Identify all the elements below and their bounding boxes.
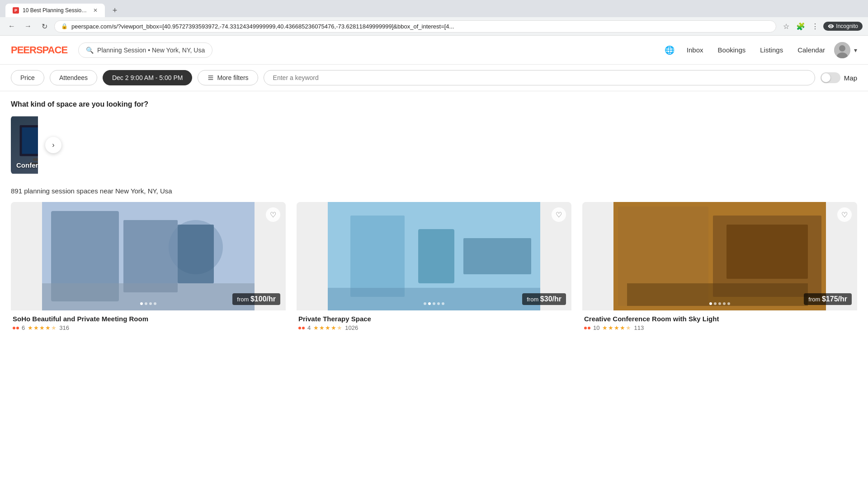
price-filter-button[interactable]: Price <box>11 70 44 85</box>
header-search[interactable]: 🔍 Planning Session • New York, NY, Usa <box>78 42 212 58</box>
space-types-title: What kind of space are you looking for? <box>11 100 857 108</box>
globe-icon[interactable]: 🌐 <box>661 42 678 58</box>
listing-image-wrap: ♡ from $175/hr <box>582 202 857 310</box>
more-icon[interactable]: ⋮ <box>809 20 821 33</box>
svg-rect-10 <box>33 158 38 161</box>
listing-meta: 4 ★★★★★ 1026 <box>298 324 570 331</box>
favorite-button[interactable]: ♡ <box>266 207 280 222</box>
price-value: $100/hr <box>250 295 276 303</box>
extensions-icon[interactable]: 🧩 <box>794 20 807 33</box>
favorite-button[interactable]: ♡ <box>552 207 566 222</box>
forward-button[interactable]: → <box>22 20 34 33</box>
tab-favicon: P <box>13 7 19 14</box>
more-filters-button[interactable]: More filters <box>198 70 258 85</box>
carousel-dot <box>723 302 726 305</box>
tab-title: 10 Best Planning Session Venues... <box>23 7 90 14</box>
listing-info: Private Therapy Space 4 ★★★★★ 1026 <box>297 310 571 331</box>
carousel-dots <box>709 302 730 305</box>
back-button[interactable]: ← <box>5 20 18 33</box>
nav-calendar[interactable]: Calendar <box>792 42 830 57</box>
listing-card[interactable]: ♡ from $100/hr SoHo Beautiful and Privat… <box>11 202 286 331</box>
svg-rect-55 <box>418 229 454 283</box>
svg-rect-8 <box>22 127 38 154</box>
map-toggle[interactable]: Map <box>821 72 857 83</box>
results-count: 891 planning session spaces near New Yor… <box>0 183 868 202</box>
reload-button[interactable]: ↻ <box>38 20 51 33</box>
carousel-dot <box>154 302 156 305</box>
space-types-next-arrow[interactable]: › <box>45 137 61 153</box>
svg-rect-49 <box>42 283 255 310</box>
price-prefix: from <box>808 296 822 303</box>
avatar[interactable] <box>834 42 850 58</box>
header-nav: 🌐 Inbox Bookings Listings Calendar ▾ <box>661 42 857 58</box>
nav-inbox[interactable]: Inbox <box>681 42 709 57</box>
search-icon: 🔍 <box>86 47 94 54</box>
header-search-text: Planning Session • New York, NY, Usa <box>97 47 205 54</box>
carousel-dot <box>145 302 147 305</box>
carousel-dot <box>140 302 143 305</box>
star-rating: ★★★★★ <box>602 324 631 331</box>
map-label: Map <box>844 74 857 82</box>
carousel-dot <box>727 302 730 305</box>
star-rating: ★★★★★ <box>313 324 342 331</box>
space-type-conference-room[interactable]: Conference Room <box>11 116 38 174</box>
listing-meta: 10 ★★★★★ 113 <box>584 324 855 331</box>
price-badge: from $100/hr <box>232 293 280 305</box>
space-types-row: Conference Room Flex Space <box>11 116 38 174</box>
new-tab-button[interactable]: + <box>108 4 121 17</box>
svg-rect-54 <box>350 216 405 297</box>
svg-point-1 <box>839 45 845 52</box>
carousel-dot <box>437 302 440 305</box>
address-bar[interactable]: 🔒 peerspace.com/s/?viewport_bbox=[40.957… <box>54 20 776 33</box>
price-badge: from $175/hr <box>804 293 852 305</box>
incognito-badge[interactable]: Incognito <box>823 22 863 31</box>
price-prefix: from <box>527 296 540 303</box>
browser-chrome: P 10 Best Planning Session Venues... ✕ +… <box>0 0 868 36</box>
rating-count: 10 <box>593 324 599 331</box>
browser-toolbar-right: ☆ 🧩 ⋮ Incognito <box>780 20 863 33</box>
browser-tab[interactable]: P 10 Best Planning Session Venues... ✕ <box>5 4 105 17</box>
price-value: $30/hr <box>540 295 561 303</box>
browser-titlebar: P 10 Best Planning Session Venues... ✕ + <box>0 0 868 17</box>
rating-count: 4 <box>307 324 311 331</box>
incognito-label: Incognito <box>836 23 858 29</box>
logo[interactable]: PEERSPACE <box>11 44 67 56</box>
nav-listings[interactable]: Listings <box>755 42 788 57</box>
attendees-filter-button[interactable]: Attendees <box>50 70 97 85</box>
svg-rect-48 <box>123 220 178 292</box>
price-value: $175/hr <box>822 295 847 303</box>
svg-rect-51 <box>178 225 214 283</box>
review-count: 316 <box>59 324 69 331</box>
nav-bookings[interactable]: Bookings <box>712 42 751 57</box>
listing-card[interactable]: ♡ from $30/hr Private Therapy Space 4 ★★… <box>297 202 571 331</box>
map-toggle-switch[interactable] <box>821 72 840 83</box>
listing-title: Private Therapy Space <box>298 315 570 323</box>
bookmark-icon[interactable]: ☆ <box>780 20 793 33</box>
rating-dots <box>298 327 305 329</box>
svg-rect-57 <box>328 288 540 310</box>
browser-toolbar: ← → ↻ 🔒 peerspace.com/s/?viewport_bbox=[… <box>0 17 868 35</box>
svg-rect-63 <box>726 225 808 279</box>
datetime-filter-button[interactable]: Dec 2 9:00 AM - 5:00 PM <box>103 70 192 85</box>
listing-card[interactable]: ♡ from $175/hr Creative Conference Room … <box>582 202 857 331</box>
listing-title: SoHo Beautiful and Private Meeting Room <box>13 315 284 323</box>
carousel-dots <box>140 302 156 305</box>
review-count: 1026 <box>345 324 358 331</box>
carousel-dot <box>718 302 721 305</box>
listing-info: SoHo Beautiful and Private Meeting Room … <box>11 310 286 331</box>
carousel-dot <box>714 302 717 305</box>
review-count: 113 <box>634 324 644 331</box>
listing-info: Creative Conference Room with Sky Light … <box>582 310 857 331</box>
favorite-button[interactable]: ♡ <box>837 207 852 222</box>
keyword-input[interactable] <box>264 70 815 85</box>
carousel-dot <box>433 302 435 305</box>
carousel-dot <box>428 302 431 305</box>
listing-title: Creative Conference Room with Sky Light <box>584 315 855 323</box>
carousel-dot <box>442 302 444 305</box>
avatar-dropdown-icon[interactable]: ▾ <box>854 47 857 54</box>
price-prefix: from <box>237 296 250 303</box>
carousel-dot <box>424 302 426 305</box>
tab-close-button[interactable]: ✕ <box>93 7 98 14</box>
filters-bar: Price Attendees Dec 2 9:00 AM - 5:00 PM … <box>0 65 868 91</box>
rating-dots <box>584 327 590 329</box>
